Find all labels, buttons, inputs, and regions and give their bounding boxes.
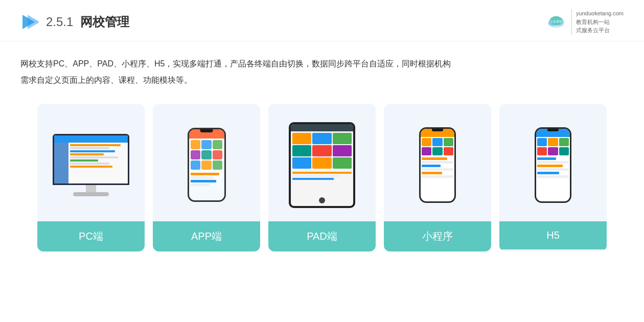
- device-card-h5: H5: [499, 104, 607, 251]
- app-label: APP端: [153, 221, 260, 251]
- app-phone: [188, 128, 226, 202]
- pad-label: PAD端: [268, 221, 376, 251]
- device-card-app: APP端: [153, 104, 260, 251]
- header-left: 2.5.1 网校管理: [20, 13, 129, 31]
- brand-icon: 云朵课堂: [545, 11, 567, 33]
- miniapp-image-area: [384, 104, 491, 221]
- brand-logo: 云朵课堂 yunduoketang.com 教育机构一站 式服务云平台: [545, 9, 624, 35]
- app-image-area: [153, 104, 260, 221]
- device-cards-section: PC端: [0, 94, 644, 262]
- pad-tablet: [289, 122, 355, 208]
- device-card-pad: PAD端: [268, 104, 376, 251]
- h5-phone: [535, 127, 571, 203]
- description-line1: 网校支持PC、APP、PAD、小程序、H5，实现多端打通，产品各终端自由切换，数…: [20, 56, 624, 72]
- pc-image-area: [37, 104, 145, 221]
- description-line2: 需求自定义页面上的内容、课程、功能模块等。: [20, 72, 624, 88]
- pad-image-area: [268, 104, 376, 221]
- svg-text:云朵课堂: 云朵课堂: [550, 20, 562, 23]
- pc-monitor: [53, 134, 129, 196]
- miniapp-phone: [419, 127, 456, 203]
- miniapp-label: 小程序: [384, 221, 491, 251]
- h5-image-area: [499, 104, 607, 221]
- device-card-pc: PC端: [37, 104, 145, 251]
- page-title: 2.5.1 网校管理: [46, 14, 129, 30]
- device-card-miniapp: 小程序: [384, 104, 491, 251]
- brand-tagline: yunduoketang.com 教育机构一站 式服务云平台: [571, 9, 624, 35]
- pc-label: PC端: [37, 221, 145, 251]
- svg-marker-1: [28, 15, 39, 29]
- page-header: 2.5.1 网校管理 云朵课堂 yunduoketang.com 教育机构一站 …: [0, 0, 644, 41]
- logo-icon: [20, 13, 39, 31]
- h5-label: H5: [499, 221, 607, 249]
- description-block: 网校支持PC、APP、PAD、小程序、H5，实现多端打通，产品各终端自由切换，数…: [0, 41, 644, 94]
